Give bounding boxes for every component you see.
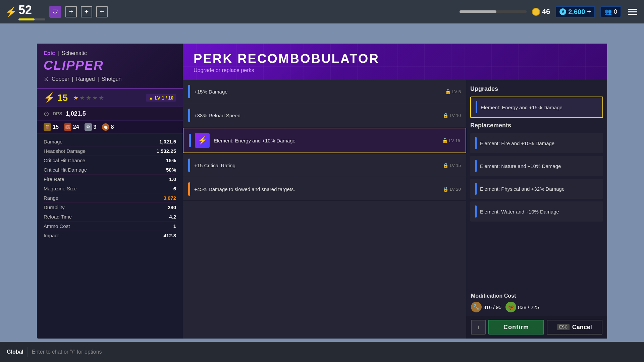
cost-item-1: 🔧 816 / 95 — [471, 302, 501, 312]
upgrades-title: Upgrades — [470, 84, 603, 94]
perk-header: PERK RECOMBOBULATOR Upgrade or replace p… — [183, 44, 607, 80]
friends-box[interactable]: 👥 0 — [600, 6, 621, 17]
replacement-item[interactable]: Element: Fire and +10% Damage — [470, 133, 603, 153]
upgrades-panel: Upgrades Element: Energy and +15% Damage… — [466, 80, 607, 290]
perk-subtitle: Upgrade or replace perks — [194, 67, 596, 73]
star-5: ★ — [99, 94, 104, 102]
perk-text: +15% Damage — [194, 89, 441, 95]
info-button[interactable]: i — [471, 320, 486, 335]
stat-row: Critical Hit Damage50% — [44, 165, 176, 175]
stat-label: Durability — [44, 204, 65, 210]
perk-item[interactable]: +38% Reload Speed 🔒 LV 10 — [183, 104, 466, 127]
perk-item[interactable]: Element: Energy and +10% Damage 🔒 LV 15 — [183, 128, 466, 153]
stat-value: 50% — [166, 167, 176, 173]
perk-lock: 🔒 LV 10 — [443, 113, 461, 118]
vbucks-box[interactable]: V 2,600 + — [555, 6, 595, 18]
stat-row: Ammo Cost1 — [44, 222, 176, 231]
replacement-item[interactable]: Element: Physical and +32% Damage — [470, 179, 603, 199]
stat-label: Damage — [44, 139, 63, 144]
chat-hint[interactable]: Enter to chat or "/" for options — [32, 349, 102, 355]
stat-label: Impact — [44, 233, 59, 238]
stat-row: Reload Time4.2 — [44, 212, 176, 222]
dps-icon: ⊙ — [44, 110, 49, 118]
replacement-color-bar — [475, 205, 477, 218]
top-bar-right: 46 V 2,600 + 👥 0 — [460, 6, 639, 18]
stat-value: 412.8 — [163, 233, 176, 238]
item-copper: Copper — [52, 76, 69, 82]
player-level: 52 — [18, 3, 32, 17]
perk-lv: LV 5 — [452, 89, 461, 94]
perk-color-bar — [188, 85, 190, 98]
plus-btn-3[interactable]: + — [96, 6, 108, 17]
perk-text: +15 Critical Rating — [194, 163, 439, 168]
stat-label: Critical Hit Damage — [44, 167, 87, 173]
resource-wood: 🪵 15 — [44, 123, 59, 131]
energy-icon — [195, 133, 210, 148]
stat-value: 4.2 — [169, 214, 176, 220]
lv-badge: ▲ LV 1 / 10 — [146, 94, 176, 102]
cancel-label: Cancel — [572, 324, 592, 331]
perk-lv: LV 10 — [450, 113, 461, 118]
stat-value: 1 — [173, 223, 176, 229]
res2-val: 24 — [73, 124, 79, 130]
perk-text: +45% Damage to slowed and snared targets… — [194, 186, 439, 192]
stat-value: 1.0 — [169, 176, 176, 182]
perk-item[interactable]: +45% Damage to slowed and snared targets… — [183, 178, 466, 201]
bug-icon: 🦋 — [505, 302, 516, 312]
sep-1: | — [58, 50, 59, 56]
divider — [28, 347, 28, 357]
perk-lock: 🔒 LV 15 — [443, 163, 461, 168]
epic-label: Epic — [44, 50, 55, 56]
mod-cost: Modification Cost 🔧 816 / 95 🦋 838 / 225 — [466, 290, 607, 316]
cost-item-2: 🦋 838 / 225 — [505, 302, 539, 312]
resource-metal: ⚙ 3 — [85, 123, 97, 131]
menu-button[interactable] — [627, 7, 639, 16]
item-stats-top: ⚡ 15 ★ ★ ★ ★ ★ ▲ LV 1 / 10 — [37, 89, 183, 107]
upgrade-item[interactable]: Element: Energy and +15% Damage — [470, 97, 603, 118]
plus-btn-2[interactable]: + — [81, 6, 92, 17]
star-4: ★ — [92, 94, 98, 102]
bottom-buttons: i Confirm ESC Cancel — [466, 316, 607, 339]
resource-brick: 🧱 24 — [64, 123, 79, 131]
vbucks-plus[interactable]: + — [587, 8, 591, 16]
cost1-val: 816 / 95 — [483, 304, 501, 310]
confirm-button[interactable]: Confirm — [488, 320, 544, 335]
esc-badge: ESC — [557, 324, 570, 330]
bolt-icon: ⚡ — [5, 6, 17, 17]
replacement-item[interactable]: Element: Nature and +10% Damage — [470, 156, 603, 176]
stat-label: Fire Rate — [44, 176, 64, 182]
plus-btn-1[interactable]: + — [65, 6, 77, 17]
lock-icon: 🔒 — [442, 138, 448, 143]
cancel-button[interactable]: ESC Cancel — [547, 320, 602, 335]
replacement-text: Element: Water and +10% Damage — [480, 209, 598, 215]
level-bar — [18, 18, 45, 20]
level-badge: ⚡ 52 — [5, 3, 45, 20]
perk-color-bar — [188, 109, 190, 122]
menu-line-2 — [628, 11, 637, 12]
shield-icon: 🛡 — [49, 6, 61, 18]
mod-cost-items: 🔧 816 / 95 🦋 838 / 225 — [471, 302, 602, 312]
metal-icon: ⚙ — [85, 123, 92, 131]
stat-value: 280 — [168, 204, 176, 210]
perk-lock: 🔒 LV 15 — [442, 138, 460, 143]
stat-row: Range3,072 — [44, 193, 176, 203]
replacement-color-bar — [475, 183, 477, 195]
lv-arrow-icon: ▲ — [149, 95, 153, 101]
replacement-color-bar — [475, 160, 477, 172]
top-bar: ⚡ 52 🛡 + + + 46 V 2,600 + 👥 0 — [0, 0, 644, 23]
perk-item[interactable]: +15 Critical Rating 🔒 LV 15 — [183, 154, 466, 177]
friends-icon: 👥 — [604, 8, 612, 15]
special-icon: ◉ — [102, 123, 109, 131]
brick-icon: 🧱 — [64, 123, 71, 131]
friends-count: 0 — [614, 8, 617, 15]
item-ranged: Ranged — [76, 76, 95, 82]
replacement-item[interactable]: Element: Water and +10% Damage — [470, 201, 603, 222]
gold-coin-icon — [532, 8, 540, 16]
stat-value: 1,021.5 — [159, 139, 176, 144]
stat-label: Critical Hit Chance — [44, 158, 85, 163]
perk-item[interactable]: +15% Damage 🔒 LV 5 — [183, 80, 466, 103]
item-sep2: | — [98, 76, 99, 82]
replacement-text: Element: Nature and +10% Damage — [480, 163, 598, 169]
dps-row: ⊙ DPS 1,021.5 — [37, 107, 183, 121]
lock-icon: 🔒 — [443, 186, 448, 192]
